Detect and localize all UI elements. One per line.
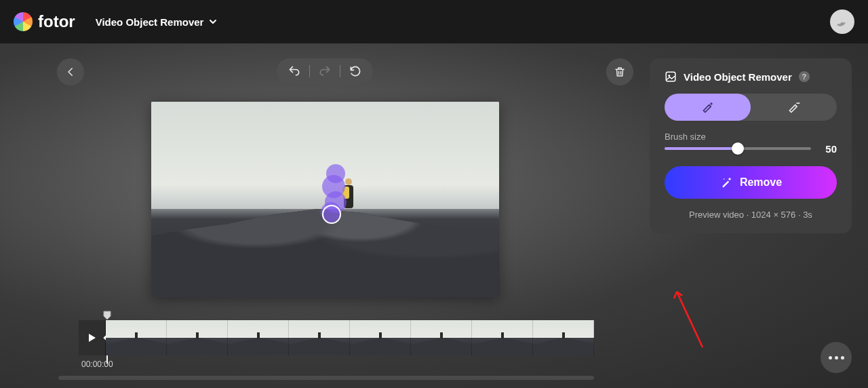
remove-button[interactable]: Remove xyxy=(665,166,837,199)
svg-line-3 xyxy=(677,292,703,347)
canvas-area: 00:00:00 xyxy=(0,43,650,388)
brush-add-mode[interactable] xyxy=(665,94,751,121)
svg-point-2 xyxy=(724,178,725,180)
panel-title: Video Object Remover xyxy=(684,71,792,83)
playhead-marker[interactable] xyxy=(103,311,111,320)
timeline-frame[interactable] xyxy=(228,320,289,355)
brush-size-value: 50 xyxy=(821,143,837,155)
brush-add-icon xyxy=(701,100,715,114)
help-button[interactable]: ? xyxy=(799,71,810,82)
brush-subtract-mode[interactable] xyxy=(751,94,837,121)
play-icon xyxy=(87,333,97,343)
brush-size-slider[interactable] xyxy=(665,142,811,155)
brush-mode-toggle xyxy=(665,94,837,121)
timecode: 00:00:00 xyxy=(81,360,594,369)
play-button[interactable] xyxy=(79,320,106,355)
trash-icon xyxy=(614,66,626,78)
back-button[interactable] xyxy=(57,58,84,85)
brush-size-label: Brush size xyxy=(665,132,837,142)
timeline-frame[interactable] xyxy=(350,320,411,355)
timeline-frame[interactable] xyxy=(411,320,472,355)
timeline-frames[interactable] xyxy=(106,320,594,355)
timeline-scrollbar[interactable] xyxy=(58,376,594,380)
brand-logo[interactable]: fotor xyxy=(14,12,75,31)
separator xyxy=(340,65,340,77)
reset-icon xyxy=(349,64,362,78)
main-area: 00:00:00 Video Object Remover ? xyxy=(0,43,868,388)
timeline-frame[interactable] xyxy=(289,320,350,355)
tool-dropdown[interactable]: Video Object Remover xyxy=(89,12,224,32)
bird-icon xyxy=(835,15,849,28)
history-controls xyxy=(277,58,373,84)
timeline-frame[interactable] xyxy=(167,320,228,355)
back-icon xyxy=(64,66,77,78)
more-menu-button[interactable] xyxy=(821,342,852,373)
object-remover-icon xyxy=(665,71,677,83)
delete-button[interactable] xyxy=(606,58,633,85)
chevron-down-icon xyxy=(209,18,217,26)
preview-meta: Preview video · 1024 × 576 · 3s xyxy=(665,210,837,220)
undo-icon xyxy=(288,64,301,78)
timeline-frame[interactable] xyxy=(533,320,594,355)
reset-button[interactable] xyxy=(347,63,363,79)
undo-button[interactable] xyxy=(286,63,302,79)
tool-name: Video Object Remover xyxy=(96,16,204,28)
wand-icon xyxy=(719,176,733,189)
video-preview[interactable] xyxy=(151,102,499,297)
brand-name: fotor xyxy=(38,12,75,31)
user-avatar[interactable] xyxy=(830,9,854,34)
remove-label: Remove xyxy=(740,176,782,189)
topbar: fotor Video Object Remover xyxy=(0,0,868,43)
redo-button[interactable] xyxy=(317,63,333,79)
redo-icon xyxy=(318,64,332,78)
annotation-arrow xyxy=(667,286,708,354)
timeline-frame[interactable] xyxy=(106,320,167,355)
fotor-logo-icon xyxy=(14,12,33,31)
right-panel: Video Object Remover ? Brush size xyxy=(650,58,852,233)
panel-header: Video Object Remover ? xyxy=(665,71,837,83)
svg-point-1 xyxy=(668,75,670,77)
timeline: 00:00:00 xyxy=(79,320,594,380)
timeline-frame[interactable] xyxy=(472,320,533,355)
preview-subject xyxy=(334,173,357,218)
separator xyxy=(309,65,310,77)
more-icon xyxy=(829,356,844,360)
brush-sub-icon xyxy=(787,100,801,114)
